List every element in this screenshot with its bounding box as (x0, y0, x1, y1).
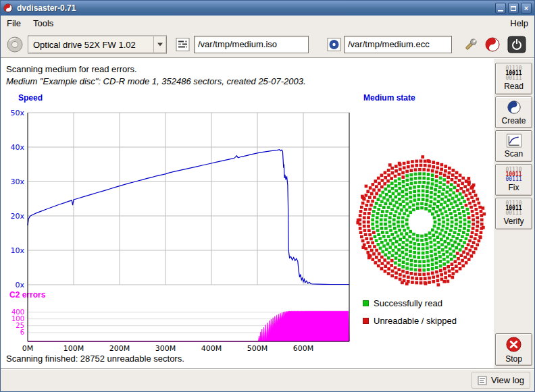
scan-chart-icon (506, 134, 522, 148)
app-window: dvdisaster-0.71 × File Tools Help Optica… (0, 0, 535, 392)
scan-button[interactable]: Scan (495, 130, 532, 162)
menubar: File Tools Help (1, 16, 534, 31)
svg-text:50x: 50x (10, 109, 24, 117)
drive-selector[interactable]: Optical drive 52X FW 1.02 (28, 35, 167, 53)
stop-label: Stop (505, 354, 522, 364)
preferences-button[interactable] (461, 35, 480, 54)
svg-text:400M: 400M (201, 344, 222, 353)
read-button[interactable]: 01110 10011 00111 Read (495, 63, 532, 94)
view-log-button[interactable]: View log (472, 372, 530, 389)
drive-selector-arrow-box (153, 36, 166, 53)
quit-button[interactable] (506, 35, 528, 54)
svg-text:300M: 300M (155, 344, 176, 353)
legend-label: Successfully read (374, 298, 442, 308)
svg-text:100: 100 (11, 315, 24, 323)
verify-button[interactable]: 01110 10011 00111 Verify (495, 198, 532, 229)
svg-text:25: 25 (16, 322, 24, 329)
legend-item-read: Successfully read (363, 298, 442, 308)
titlebar: dvdisaster-0.71 × (1, 1, 534, 16)
yin-yang-icon (507, 100, 521, 115)
svg-text:30x: 30x (10, 177, 24, 186)
wrench-icon (463, 36, 479, 53)
svg-text:0x: 0x (15, 281, 24, 289)
menu-file[interactable]: File (1, 16, 27, 30)
optical-drive-icon (6, 36, 24, 53)
svg-text:600M: 600M (293, 344, 314, 353)
main-area: Scanning medium for read errors. Medium … (1, 59, 534, 368)
help-button[interactable] (483, 35, 502, 54)
minimize-button[interactable] (495, 3, 506, 13)
view-log-label: View log (491, 375, 524, 385)
status-line-2: Medium "Example disc": CD-R mode 1, 3524… (6, 76, 306, 86)
svg-text:6: 6 (20, 329, 24, 336)
maximize-icon (511, 6, 516, 11)
fix-button[interactable]: 01110 10011 00111 Fix (495, 164, 532, 196)
read-binary-icon: 01110 10011 00111 (505, 66, 521, 80)
fix-label: Fix (509, 183, 519, 192)
power-icon (507, 36, 526, 53)
ecc-file-icon (327, 37, 341, 51)
svg-text:500M: 500M (247, 344, 268, 353)
c2-errors-chart-title: C2 errors (9, 290, 45, 300)
action-sidebar: 01110 10011 00111 Read Create (494, 59, 534, 368)
window-title: dvdisaster-0.71 (17, 3, 493, 13)
chevron-down-icon (157, 43, 163, 46)
speed-and-c2-chart: 50x40x30x20x10x0x0M100M200M300M400M500M6… (1, 103, 359, 361)
chart-panel: Scanning medium for read errors. Medium … (1, 59, 494, 368)
verify-label: Verify (503, 217, 524, 226)
status-line-1: Scanning medium for read errors. (6, 64, 137, 74)
fix-binary-icon: 01110 10011 00111 (505, 167, 521, 181)
svg-text:400: 400 (11, 308, 24, 316)
scan-result-status: Scanning finished: 28752 unreadable sect… (6, 354, 184, 364)
minimize-icon (498, 10, 503, 11)
svg-text:20x: 20x (10, 212, 24, 221)
footer-bar: View log (1, 368, 534, 391)
ecc-file-input[interactable] (344, 36, 452, 53)
toolbar: Optical drive 52X FW 1.02 (1, 31, 534, 57)
svg-text:10x: 10x (10, 246, 24, 255)
menu-help[interactable]: Help (504, 16, 534, 30)
medium-state-title: Medium state (363, 93, 415, 103)
read-label: Read (504, 82, 524, 91)
close-button[interactable]: × (521, 3, 532, 13)
legend-swatch (363, 318, 369, 324)
app-logo-icon (3, 3, 13, 13)
svg-text:200M: 200M (109, 344, 130, 353)
image-file-input[interactable] (194, 36, 309, 53)
stop-icon (505, 336, 522, 353)
drive-selector-value: Optical drive 52X FW 1.02 (28, 39, 153, 49)
create-button[interactable]: Create (495, 96, 532, 128)
create-label: Create (501, 116, 526, 125)
svg-text:100M: 100M (63, 344, 84, 353)
legend-swatch (363, 300, 369, 306)
svg-text:40x: 40x (10, 143, 24, 152)
maximize-button[interactable] (508, 3, 519, 13)
speed-chart-title: Speed (18, 93, 43, 103)
legend-item-unreadable: Unreadable / skipped (363, 316, 457, 326)
legend-label: Unreadable / skipped (374, 316, 457, 326)
red-disc-logo-icon (484, 36, 501, 53)
svg-text:0M: 0M (22, 344, 34, 353)
verify-binary-icon: 01110 10011 00111 (505, 201, 521, 215)
scan-label: Scan (505, 149, 523, 159)
log-icon (478, 376, 487, 385)
menu-tools[interactable]: Tools (27, 16, 59, 30)
image-file-icon (176, 37, 190, 51)
close-icon: × (524, 5, 528, 12)
stop-button[interactable]: Stop (495, 333, 532, 366)
medium-state-disc (353, 155, 488, 289)
